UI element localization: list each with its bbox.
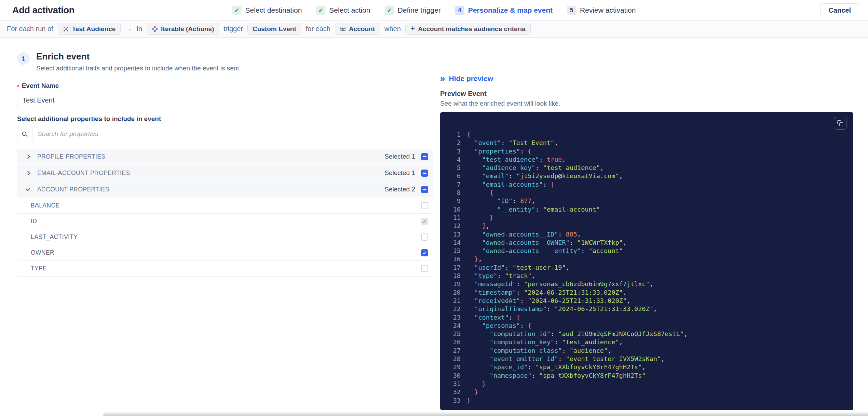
property-checkbox[interactable] <box>421 265 428 272</box>
property-label: LAST_ACTIVITY <box>31 233 78 241</box>
top-bar: Add activation ✓Select destination✓Selec… <box>0 0 868 21</box>
context-text: trigger <box>223 25 243 33</box>
line-number: 18 <box>445 272 461 280</box>
line-number: 28 <box>445 355 461 363</box>
copy-button[interactable] <box>834 117 846 130</box>
code-line: 9 "ID": 877, <box>440 197 853 205</box>
code-line: 24 "personas": { <box>440 322 853 330</box>
line-number: 30 <box>445 372 461 380</box>
plus-icon: + <box>410 25 415 32</box>
property-row-type[interactable]: TYPE <box>17 261 433 277</box>
event-name-input[interactable] <box>17 93 433 107</box>
chip-label: Account matches audience criteria <box>418 25 526 33</box>
code-line: 6 "email": "j15i2ysedp@k1euxaIVia.com", <box>440 172 853 180</box>
code-line: 32 } <box>440 388 853 396</box>
stepper-step-select-destination[interactable]: ✓Select destination <box>232 6 302 15</box>
property-checkbox[interactable]: ✓ <box>421 249 428 256</box>
line-number: 15 <box>445 247 461 255</box>
line-number: 25 <box>445 330 461 338</box>
line-number: 20 <box>445 288 461 297</box>
property-checkbox[interactable] <box>421 202 428 209</box>
group-label: PROFILE PROPERTIES <box>37 153 105 160</box>
hide-preview-label: Hide preview <box>449 75 493 83</box>
property-row-balance[interactable]: BALANCE <box>17 198 433 214</box>
preview-subtitle: See what the enriched event will look li… <box>440 100 853 107</box>
code-line: 22 "originalTimestamp": "2024-06-25T21:3… <box>440 305 853 313</box>
context-chip-iterable-actions[interactable]: Iterable (Actions) <box>147 23 219 35</box>
section-header: 1 Enrich event Select additional traits … <box>17 51 433 72</box>
code-line: 31 } <box>440 380 853 388</box>
page-title: Add activation <box>12 0 74 21</box>
event-name-label: •Event Name <box>17 82 433 90</box>
group-checkbox-indeterminate[interactable] <box>421 153 428 160</box>
property-row-owner[interactable]: OWNER✓ <box>17 245 433 261</box>
code-line: 3 "properties": { <box>440 147 853 156</box>
code-line: 21 "receivedAt": "2024-06-25T21:31:33.02… <box>440 297 853 305</box>
group-header-account-properties[interactable]: ACCOUNT PROPERTIESSelected 2 <box>17 182 433 197</box>
section-number-badge: 1 <box>17 52 30 65</box>
property-checkbox[interactable]: ✓ <box>421 218 428 225</box>
chip-label: Iterable (Actions) <box>161 25 214 33</box>
enrich-event-section: 1 Enrich event Select additional traits … <box>17 51 433 277</box>
property-checkbox[interactable] <box>421 233 428 241</box>
search-input[interactable] <box>32 127 428 141</box>
line-number: 16 <box>445 255 461 263</box>
line-number: 12 <box>445 222 461 230</box>
properties-section-label: Select additional properties to include … <box>17 115 433 123</box>
context-chip-custom-event[interactable]: Custom Event <box>247 23 301 35</box>
add-activation-screen: Add activation ✓Select destination✓Selec… <box>0 0 868 416</box>
selected-count: Selected 2 <box>384 186 415 193</box>
step-number-badge: 5 <box>567 6 576 15</box>
context-text: In <box>136 25 142 33</box>
hide-preview-link[interactable]: » Hide preview <box>440 75 493 83</box>
line-number: 31 <box>445 380 461 388</box>
code-line: 30 "namespace": "spa_tXXbfoyvCkY8rF47ghH… <box>440 372 853 380</box>
code-line: 17 "userId": "test-user-19", <box>440 264 853 272</box>
check-icon: ✓ <box>316 6 325 15</box>
group-checkbox-indeterminate[interactable] <box>421 186 428 193</box>
cancel-button[interactable]: Cancel <box>820 3 859 17</box>
code-line: 26 "computation_key": "test_audience", <box>440 338 853 346</box>
bottom-shadow <box>103 412 868 416</box>
property-row-last-activity[interactable]: LAST_ACTIVITY <box>17 229 433 245</box>
group-checkbox-indeterminate[interactable] <box>421 170 428 177</box>
line-number: 21 <box>445 297 461 305</box>
property-row-id[interactable]: ID✓ <box>17 214 433 229</box>
chip-label: Test Audience <box>72 25 116 33</box>
code-line: 5 "audience_key": "test_audience", <box>440 164 853 172</box>
selected-count: Selected 1 <box>384 153 415 160</box>
line-number: 9 <box>445 197 461 205</box>
property-label: OWNER <box>31 249 54 256</box>
code-line: 14 "owned-accounts__OWNER": "1WCWrTXfkp"… <box>440 239 853 247</box>
copy-icon <box>837 120 843 126</box>
property-search <box>17 127 428 141</box>
event-name-label-text: Event Name <box>22 82 59 89</box>
code-line: 2 "event": "Test Event", <box>440 139 853 147</box>
code-line: 18 "type": "track", <box>440 272 853 280</box>
stepper-step-define-trigger[interactable]: ✓Define trigger <box>385 6 441 15</box>
check-icon: ✓ <box>385 6 394 15</box>
code-line: 15 "owned-accounts____entity": "account" <box>440 247 853 255</box>
stepper-step-select-action[interactable]: ✓Select action <box>316 6 370 15</box>
search-icon <box>17 127 32 141</box>
double-chevron-right-icon: » <box>440 74 445 83</box>
context-chip-account-matches-audience-criteria[interactable]: +Account matches audience criteria <box>405 23 531 35</box>
code-line: 13 "owned-accounts__ID": 885, <box>440 230 853 239</box>
code-line: 8 { <box>440 189 853 197</box>
line-number: 11 <box>445 214 461 222</box>
step-label: Select destination <box>245 6 302 14</box>
group-header-email-account-properties[interactable]: EMAIL-ACCOUNT PROPERTIESSelected 1 <box>17 165 433 181</box>
code-line: 16 }, <box>440 255 853 263</box>
line-number: 26 <box>445 338 461 346</box>
group-header-right: Selected 1 <box>384 169 433 177</box>
code-line: 11 } <box>440 214 853 222</box>
line-number: 6 <box>445 172 461 180</box>
step-label: Define trigger <box>398 6 441 14</box>
stepper-step-personalize-map-event[interactable]: 4Personalize & map event <box>455 6 553 15</box>
context-chip-account[interactable]: Account <box>335 23 380 35</box>
group-header-profile-properties[interactable]: PROFILE PROPERTIESSelected 1 <box>17 149 433 164</box>
context-text: For each run of <box>7 25 53 33</box>
line-number: 27 <box>445 347 461 355</box>
step-label: Personalize & map event <box>468 6 553 14</box>
context-chip-test-audience[interactable]: Test Audience <box>58 23 121 35</box>
